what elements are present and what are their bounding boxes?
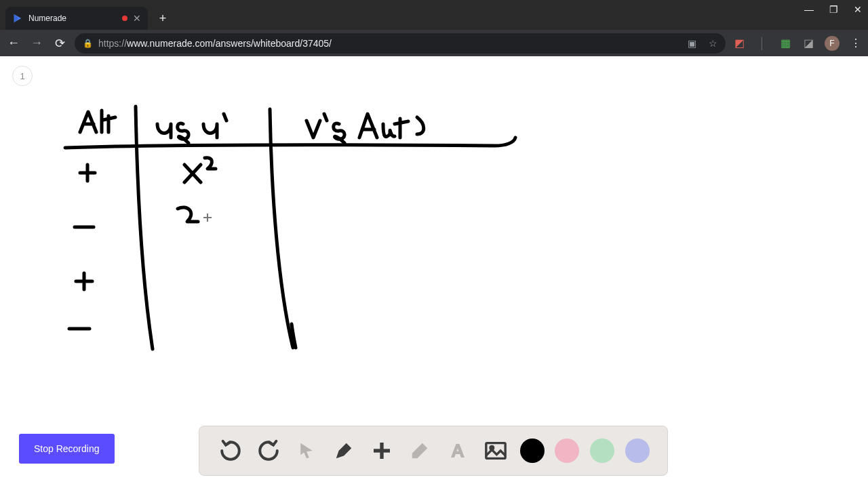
extension-icon-2[interactable]: ▦	[778, 37, 792, 50]
window-controls: — ❐ ✕	[803, 4, 864, 15]
back-button[interactable]: ←	[5, 35, 22, 52]
recording-indicator-icon	[122, 16, 127, 21]
maximize-icon[interactable]: ❐	[827, 4, 840, 15]
kebab-menu-icon[interactable]: ⋮	[849, 37, 863, 50]
url-input[interactable]: 🔒 https://www.numerade.com/answers/white…	[75, 33, 726, 54]
pointer-tool[interactable]	[293, 437, 320, 464]
url-text: https://www.numerade.com/answers/whitebo…	[98, 38, 332, 49]
whiteboard-toolbar	[199, 426, 668, 476]
color-purple[interactable]	[625, 439, 650, 463]
browser-chrome: Numerade ✕ + — ❐ ✕ ← → ⟳ 🔒 https://www.n…	[0, 0, 868, 56]
bookmark-star-icon[interactable]: ☆	[709, 38, 717, 49]
new-tab-button[interactable]: +	[153, 9, 172, 28]
reload-button[interactable]: ⟳	[52, 35, 68, 52]
color-green[interactable]	[590, 439, 614, 463]
svg-rect-6	[486, 443, 505, 459]
close-tab-icon[interactable]: ✕	[133, 13, 141, 24]
pen-tool[interactable]	[330, 437, 357, 464]
undo-button[interactable]	[217, 437, 244, 464]
tab-title: Numerade	[28, 14, 117, 23]
minimize-icon[interactable]: —	[803, 4, 815, 15]
handwriting-layer	[0, 56, 868, 476]
lock-icon: 🔒	[83, 39, 93, 48]
color-pink[interactable]	[555, 439, 579, 463]
stop-recording-button[interactable]: Stop Recording	[19, 434, 115, 464]
image-tool[interactable]	[482, 437, 509, 464]
forward-button[interactable]: →	[28, 35, 45, 52]
add-tool[interactable]	[368, 437, 395, 464]
close-window-icon[interactable]: ✕	[852, 4, 864, 15]
browser-tab[interactable]: Numerade ✕	[5, 7, 148, 30]
divider-icon: │	[755, 37, 769, 50]
extension-icon-3[interactable]: ◪	[802, 37, 815, 50]
svg-marker-1	[14, 14, 19, 22]
eraser-tool[interactable]	[406, 437, 433, 464]
text-tool[interactable]	[444, 437, 471, 464]
redo-button[interactable]	[255, 437, 282, 464]
toolbar-extensions: ◩ │ ▦ ◪ F ⋮	[732, 36, 863, 51]
whiteboard-canvas[interactable]: 1	[0, 56, 868, 488]
address-bar: ← → ⟳ 🔒 https://www.numerade.com/answers…	[0, 30, 868, 56]
profile-avatar[interactable]: F	[825, 36, 840, 51]
tab-bar: Numerade ✕ + — ❐ ✕	[0, 0, 868, 30]
extension-icon-1[interactable]: ◩	[732, 37, 746, 50]
camera-icon[interactable]: ▣	[688, 38, 696, 49]
site-favicon	[12, 13, 23, 24]
svg-rect-5	[374, 449, 390, 452]
color-black[interactable]	[520, 439, 545, 463]
